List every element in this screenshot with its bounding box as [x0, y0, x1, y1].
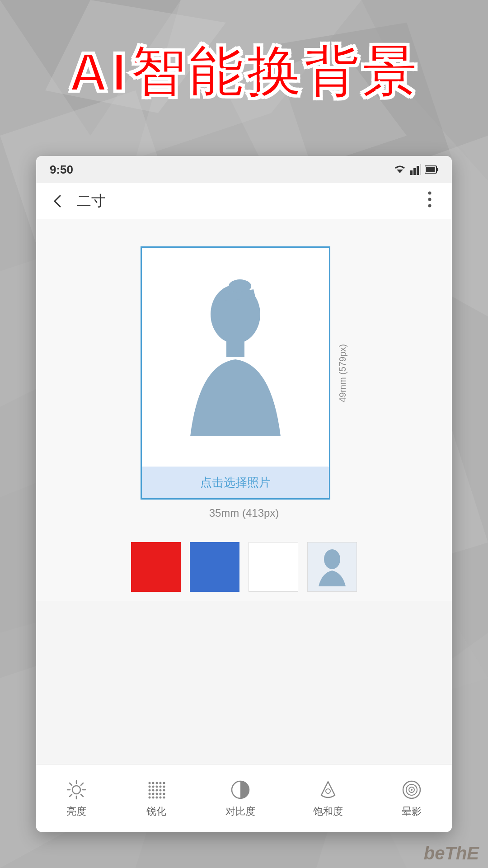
svg-point-61: [156, 793, 158, 795]
svg-marker-19: [397, 170, 403, 173]
svg-point-45: [152, 782, 155, 784]
svg-point-35: [72, 786, 80, 794]
app-bar: 二寸: [36, 183, 452, 219]
svg-point-58: [163, 789, 165, 791]
signal-icon: [410, 164, 421, 175]
svg-point-68: [163, 796, 165, 798]
svg-line-40: [70, 783, 72, 785]
toolbar-sharpen[interactable]: 锐化: [145, 778, 168, 818]
side-dimension-label: 49mm (579px): [338, 344, 348, 402]
svg-point-46: [156, 782, 158, 784]
brightness-label: 亮度: [66, 805, 86, 818]
photo-placeholder: [142, 248, 329, 462]
more-button[interactable]: [418, 190, 441, 212]
toolbar-saturation[interactable]: 饱和度: [313, 778, 343, 818]
photo-area: 点击选择照片 49mm (579px): [141, 246, 348, 500]
swatch-person[interactable]: [307, 542, 357, 592]
phone-frame: 9:50: [36, 156, 452, 832]
svg-point-47: [160, 782, 162, 784]
svg-point-62: [160, 793, 162, 795]
svg-rect-22: [417, 166, 419, 175]
bottom-toolbar: 亮度: [36, 764, 452, 832]
main-content: 点击选择照片 49mm (579px) 35mm (413px): [36, 219, 452, 601]
svg-point-27: [428, 191, 432, 194]
status-bar: 9:50: [36, 156, 452, 183]
svg-point-49: [149, 785, 151, 788]
saturation-label: 饱和度: [313, 805, 343, 818]
vignette-icon: [400, 778, 423, 801]
swatch-white[interactable]: [249, 542, 298, 592]
battery-icon: [425, 165, 438, 174]
svg-point-44: [149, 782, 151, 784]
bottom-dimension-label: 35mm (413px): [209, 507, 279, 519]
svg-rect-25: [436, 168, 438, 171]
contrast-icon: [229, 778, 252, 801]
person-silhouette: [181, 274, 290, 436]
svg-point-65: [152, 796, 155, 798]
svg-point-57: [160, 789, 162, 791]
svg-rect-26: [426, 167, 435, 172]
sharpen-icon: [145, 778, 168, 801]
svg-rect-23: [420, 164, 421, 175]
vignette-label: 晕影: [402, 805, 422, 818]
svg-point-54: [149, 789, 151, 791]
svg-rect-33: [226, 339, 244, 357]
svg-point-70: [326, 789, 330, 793]
main-title: AI智能换背景: [0, 36, 488, 110]
svg-rect-20: [410, 170, 413, 175]
status-time: 9:50: [50, 163, 73, 177]
color-swatches: [131, 542, 357, 592]
contrast-label: 对比度: [225, 805, 255, 818]
svg-point-59: [149, 793, 151, 795]
svg-line-41: [81, 794, 83, 797]
svg-point-63: [163, 793, 165, 795]
saturation-icon: [317, 778, 339, 801]
svg-point-52: [160, 785, 162, 788]
photo-frame[interactable]: 点击选择照片: [141, 246, 330, 500]
svg-point-64: [149, 796, 151, 798]
toolbar-brightness[interactable]: 亮度: [65, 778, 88, 818]
svg-point-28: [428, 198, 432, 201]
svg-point-67: [160, 796, 162, 798]
svg-point-60: [152, 793, 155, 795]
wifi-icon: [393, 164, 407, 175]
back-button[interactable]: [47, 190, 70, 212]
swatch-blue[interactable]: [190, 542, 239, 592]
svg-point-66: [156, 796, 158, 798]
svg-point-74: [411, 789, 413, 791]
brightness-icon: [65, 778, 88, 801]
svg-line-42: [81, 783, 83, 785]
status-icons: [393, 164, 438, 175]
svg-point-48: [163, 782, 165, 784]
svg-point-34: [324, 549, 340, 569]
svg-point-29: [428, 204, 432, 207]
swatch-red[interactable]: [131, 542, 181, 592]
toolbar-contrast[interactable]: 对比度: [225, 778, 255, 818]
svg-point-53: [163, 785, 165, 788]
svg-point-51: [156, 785, 158, 788]
svg-line-43: [70, 794, 72, 797]
svg-rect-21: [413, 168, 416, 175]
app-bar-title: 二寸: [77, 191, 106, 211]
sharpen-label: 锐化: [146, 805, 166, 818]
toolbar-vignette[interactable]: 晕影: [400, 778, 423, 818]
svg-point-50: [152, 785, 155, 788]
svg-point-56: [156, 789, 158, 791]
watermark: beThE: [415, 839, 488, 868]
photo-click-text[interactable]: 点击选择照片: [142, 467, 329, 498]
person-icon-small: [316, 548, 348, 586]
svg-point-55: [152, 789, 155, 791]
